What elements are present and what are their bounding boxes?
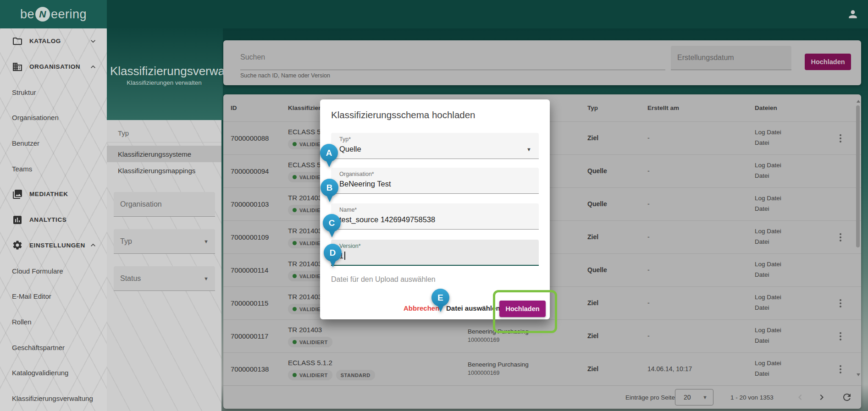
sidebar-item-label: Struktur xyxy=(12,88,36,96)
field-label: Typ* xyxy=(339,136,351,142)
file-link[interactable]: Datei xyxy=(755,271,769,278)
file-link[interactable]: Datei xyxy=(755,205,769,212)
row-status-chips: VALIDIERT STANDARD xyxy=(288,370,375,380)
tab-klassifizierungssysteme[interactable]: Klassifizierungssysteme xyxy=(107,146,221,162)
sidebar-nav: KATALOG ORGANISATION Struktur Organisati… xyxy=(0,28,107,411)
sidebar-item-cloud-formulare[interactable]: Cloud Formulare xyxy=(0,258,107,284)
status-badge: VALIDIERT xyxy=(288,370,332,380)
sidebar-item-email-editor[interactable]: E-Mail Editor xyxy=(0,284,107,309)
sidebar-item-organisation[interactable]: ORGANISATION xyxy=(0,54,107,80)
field-value: Quelle xyxy=(339,145,361,153)
sidebar-item-label: ORGANISATION xyxy=(29,63,80,70)
file-link[interactable]: Datei xyxy=(755,370,769,377)
sidebar-item-klassifizierungsverwaltung[interactable]: Klassifizierungsverwaltung xyxy=(0,386,107,411)
file-link[interactable]: Datei xyxy=(755,139,769,146)
sidebar-item-katalogvalidierung[interactable]: Katalogvalidierung xyxy=(0,360,107,386)
file-link[interactable]: Datei xyxy=(755,304,769,311)
sidebar-item-benutzer[interactable]: Benutzer xyxy=(0,131,107,156)
next-page-button[interactable] xyxy=(816,392,827,403)
sidebar-item-einstellungen[interactable]: EINSTELLUNGEN xyxy=(0,233,107,258)
log-file-link[interactable]: Log Datei xyxy=(755,261,781,268)
status-badge-label: VALIDIERT xyxy=(299,340,328,345)
row-typ: Ziel xyxy=(587,299,598,307)
row-status-chips: VALIDIERT xyxy=(288,337,332,347)
file-link[interactable]: Datei xyxy=(755,172,769,179)
status-filter-select[interactable]: Status▼ xyxy=(114,266,215,291)
gear-icon xyxy=(12,240,23,251)
creation-date-input[interactable]: Erstellungsdatum xyxy=(671,46,791,70)
row-typ: Ziel xyxy=(587,233,598,241)
validated-dot-icon xyxy=(293,208,297,212)
sidebar-item-katalog[interactable]: KATALOG xyxy=(0,28,107,54)
previous-page-button[interactable] xyxy=(795,392,806,403)
table-scrollbar[interactable] xyxy=(856,95,861,384)
highlight-box xyxy=(493,290,557,333)
scrollbar-thumb[interactable] xyxy=(856,105,860,247)
row-typ: Ziel xyxy=(587,365,598,373)
row-menu-button[interactable] xyxy=(836,132,845,145)
typ-select-field[interactable]: Typ* Quelle ▼ xyxy=(331,133,539,159)
row-classification-name: TR 201403 xyxy=(288,326,322,334)
organisation-filter-input[interactable]: Organisation xyxy=(114,192,215,217)
annotation-pin-d: D xyxy=(324,244,342,262)
sidebar-item-analytics[interactable]: ANALYTICS xyxy=(0,207,107,233)
row-classification-name: TR 201403 xyxy=(288,293,322,301)
field-value: test_source 1426949758538 xyxy=(339,215,435,224)
scrollbar-down-arrow-icon[interactable] xyxy=(857,373,860,378)
search-input[interactable]: Suchen xyxy=(240,53,265,61)
log-file-link[interactable]: Log Datei xyxy=(755,129,781,136)
row-classification-name: ECLASS 5. xyxy=(288,128,323,136)
row-menu-button[interactable] xyxy=(836,231,845,244)
log-file-link[interactable]: Log Datei xyxy=(755,195,781,202)
caret-down-icon: ▼ xyxy=(526,147,531,152)
file-link[interactable]: Datei xyxy=(755,337,769,344)
caret-down-icon: ▼ xyxy=(204,239,209,244)
top-bar: beNeering xyxy=(0,0,868,28)
scrollbar-up-arrow-icon[interactable] xyxy=(857,98,860,103)
sidebar-item-label: Klassifizierungsverwaltung xyxy=(12,395,93,402)
name-field[interactable]: Name* test_source 1426949758538 xyxy=(331,203,539,230)
version-field[interactable]: Version* 1 xyxy=(331,240,539,266)
log-file-link[interactable]: Log Datei xyxy=(755,360,781,367)
pagination-range: 1 - 20 von 1353 xyxy=(730,394,774,401)
tab-klassifizierungsmappings[interactable]: Klassifizierungsmappings xyxy=(107,162,221,179)
row-created-at: - xyxy=(647,332,650,340)
row-menu-button[interactable] xyxy=(836,363,845,376)
organisation-field[interactable]: Organisation* BeNeering Test xyxy=(331,168,539,194)
log-file-link[interactable]: Log Datei xyxy=(755,228,781,235)
sidebar-item-teams[interactable]: Teams xyxy=(0,156,107,181)
divider xyxy=(107,142,221,142)
user-account-button[interactable] xyxy=(847,8,859,20)
per-page-select[interactable]: 20▼ xyxy=(675,389,713,406)
table-row[interactable]: 7000000138 ECLASS 5.1.2 VALIDIERT STANDA… xyxy=(223,352,861,385)
validated-dot-icon xyxy=(293,307,297,311)
sidebar-item-organisationen[interactable]: Organisationen xyxy=(0,105,107,131)
refresh-button[interactable] xyxy=(841,392,852,403)
typ-filter-select[interactable]: Typ▼ xyxy=(114,229,215,254)
logo-text-suffix: eering xyxy=(51,7,87,22)
standard-badge: STANDARD xyxy=(336,370,375,380)
person-icon xyxy=(847,8,859,20)
sidebar-item-rollen[interactable]: Rollen xyxy=(0,309,107,335)
select-placeholder: Typ xyxy=(120,237,132,246)
text-cursor xyxy=(344,252,345,260)
log-file-link[interactable]: Log Datei xyxy=(755,162,781,169)
folder-icon xyxy=(12,36,23,47)
row-menu-button[interactable] xyxy=(836,330,845,343)
caret-down-icon: ▼ xyxy=(702,395,708,400)
log-file-link[interactable]: Log Datei xyxy=(755,327,781,334)
sidebar-item-label: E-Mail Editor xyxy=(12,292,51,300)
row-typ: Quelle xyxy=(587,200,607,208)
log-file-link[interactable]: Log Datei xyxy=(755,294,781,301)
row-id: 7000000114 xyxy=(231,266,268,274)
sidebar-item-geschaeftspartner[interactable]: Geschäftspartner xyxy=(0,334,107,360)
file-link[interactable]: Datei xyxy=(755,238,769,245)
annotation-pin-e: E xyxy=(431,289,449,307)
validated-dot-icon xyxy=(293,274,297,278)
sidebar-item-mediathek[interactable]: MEDIATHEK xyxy=(0,181,107,207)
upload-button-toolbar[interactable]: Hochladen xyxy=(805,54,851,70)
sidebar-item-struktur[interactable]: Struktur xyxy=(0,79,107,105)
row-id: 7000000109 xyxy=(231,233,269,241)
row-menu-button[interactable] xyxy=(836,297,845,310)
chevron-up-icon xyxy=(88,241,98,250)
